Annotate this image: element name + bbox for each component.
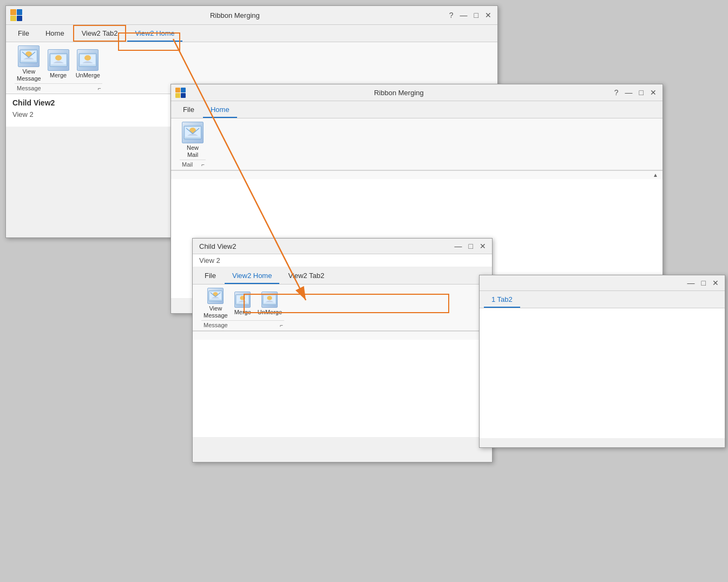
group-expand-icon-1[interactable]: ⌐ [98, 85, 101, 91]
help-button-1[interactable]: ? [448, 11, 455, 19]
newmail-icon [182, 122, 204, 143]
unmerge-icon-1 [77, 49, 99, 71]
maximize-button-1[interactable]: □ [473, 11, 480, 19]
tab-bar-1: File Home View2 Tab2 View2 Home [6, 25, 497, 42]
ribbon-items-2: NewMail [180, 121, 206, 160]
close-button-4[interactable]: ✕ [711, 279, 720, 287]
title-bar-3: Child View2 — □ ✕ [193, 239, 492, 254]
ribbon-item-merge-1[interactable]: Merge [45, 48, 71, 80]
viewmessage-icon-1 [18, 45, 40, 67]
ribbon-3: ViewMessage Merge [193, 285, 492, 331]
tab-bar-2: File Home [171, 101, 663, 118]
svg-point-19 [240, 296, 245, 300]
unmerge-label-1: UnMerge [76, 72, 100, 79]
merge-label-3: Merge [234, 309, 251, 316]
tab-bar-3: File View2 Home View2 Tab2 [193, 267, 492, 285]
minimize-button-3[interactable]: — [453, 242, 464, 250]
newmail-label: NewMail [187, 144, 199, 158]
maximize-button-3[interactable]: □ [467, 242, 475, 250]
tab-view2tab2-3[interactable]: View2 Tab2 [280, 268, 332, 284]
tab-view2tab2-1[interactable]: View2 Tab2 [73, 25, 127, 42]
ribbon-item-unmerge-1[interactable]: UnMerge [74, 48, 102, 80]
close-button-1[interactable]: ✕ [483, 11, 493, 19]
ribbon-items-3: ViewMessage Merge [201, 287, 284, 320]
svg-point-13 [189, 128, 196, 133]
maximize-button-2[interactable]: □ [638, 88, 645, 97]
window-title-3: Child View2 [197, 242, 453, 250]
unmerge-icon-3 [261, 292, 278, 308]
svg-point-16 [213, 292, 218, 296]
window-controls-1: ? — □ ✕ [448, 11, 493, 19]
window-3: Child View2 — □ ✕ View 2 File View2 Home… [192, 238, 493, 462]
svg-point-22 [267, 296, 272, 300]
viewmessage-label-1: ViewMessage [17, 68, 41, 82]
title-bar-1: Ribbon Merging ? — □ ✕ [6, 6, 497, 25]
ribbon-group-label-3: Message ⌐ [201, 320, 284, 328]
ribbon-items-1: ViewMessage Merge [15, 44, 102, 83]
ribbon-item-viewmessage-3[interactable]: ViewMessage [201, 287, 230, 320]
title-bar-4: — □ ✕ [480, 275, 725, 291]
ribbon-item-newmail[interactable]: NewMail [180, 121, 206, 160]
group-expand-icon-mail[interactable]: ⌐ [201, 162, 205, 168]
tab-file-1[interactable]: File [10, 26, 37, 42]
ribbon-2: NewMail Mail ⌐ [171, 118, 663, 170]
tab-file-2[interactable]: File [175, 102, 202, 118]
window-title-2: Ribbon Merging [185, 89, 613, 97]
maximize-button-4[interactable]: □ [700, 279, 707, 287]
title-bar-2: Ribbon Merging ? — □ ✕ [171, 84, 663, 101]
tab-home-1[interactable]: Home [38, 26, 72, 42]
window-4: — □ ✕ 1 Tab2 [479, 275, 725, 448]
ribbon-group-mail-2: NewMail Mail ⌐ [175, 121, 210, 168]
window-controls-3: — □ ✕ [453, 242, 488, 250]
collapse-arrow-3[interactable]: ▲ [193, 331, 492, 340]
svg-point-4 [25, 51, 32, 57]
minimize-button-1[interactable]: — [458, 11, 469, 19]
close-button-2[interactable]: ✕ [648, 88, 658, 97]
tab-bar-4: 1 Tab2 [480, 291, 725, 308]
tab-view2home-1[interactable]: View2 Home [127, 26, 182, 42]
svg-point-7 [55, 55, 62, 61]
app-logo-2 [175, 88, 185, 97]
window-title-1: Ribbon Merging [22, 11, 448, 19]
tab-file-3[interactable]: File [197, 268, 224, 284]
ribbon-item-unmerge-3[interactable]: UnMerge [255, 290, 284, 317]
close-button-3[interactable]: ✕ [478, 242, 488, 250]
viewmessage-icon-3 [207, 288, 224, 304]
collapse-arrow-2[interactable]: ▲ [171, 170, 663, 179]
help-button-2[interactable]: ? [613, 88, 620, 97]
ribbon-item-merge-3[interactable]: Merge [232, 290, 253, 317]
merge-label-1: Merge [50, 72, 67, 79]
tab-1tab2-4[interactable]: 1 Tab2 [484, 292, 520, 308]
minimize-button-4[interactable]: — [686, 279, 697, 287]
merge-icon-1 [48, 49, 69, 71]
ribbon-group-message-1: ViewMessage Merge [10, 44, 107, 91]
window-controls-4: — □ ✕ [686, 279, 720, 287]
ribbon-group-label-1: Message ⌐ [15, 83, 102, 91]
window-controls-2: ? — □ ✕ [613, 88, 658, 97]
unmerge-label-3: UnMerge [258, 309, 282, 316]
ribbon-group-label-mail: Mail ⌐ [180, 160, 206, 168]
ribbon-group-message-3: ViewMessage Merge [197, 287, 288, 328]
app-logo-1 [10, 9, 22, 21]
svg-point-10 [84, 55, 91, 61]
viewmessage-label-3: ViewMessage [204, 305, 228, 319]
group-expand-icon-3[interactable]: ⌐ [280, 322, 283, 328]
tab-home-2[interactable]: Home [203, 102, 237, 118]
tab-view2home-3[interactable]: View2 Home [225, 268, 279, 284]
ribbon-item-viewmessage-1[interactable]: ViewMessage [15, 44, 43, 83]
minimize-button-2[interactable]: — [624, 88, 634, 97]
content-text-3: View 2 [193, 254, 492, 267]
merge-icon-3 [234, 292, 251, 308]
